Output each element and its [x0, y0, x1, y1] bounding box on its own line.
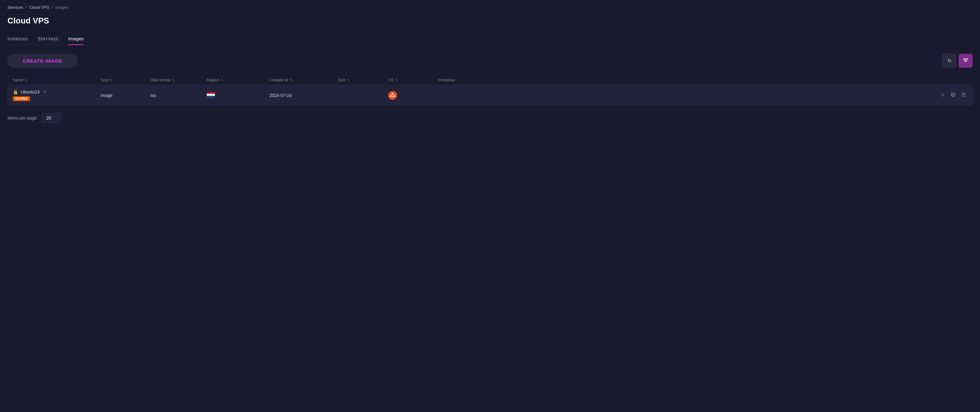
- breadcrumb: Services > Cloud VPS > Images: [8, 5, 972, 10]
- pagination: Items per page:: [8, 113, 972, 122]
- page-title: Cloud VPS: [8, 16, 972, 25]
- svg-rect-8: [952, 94, 955, 97]
- col-size-label: Size: [338, 78, 346, 82]
- row-name-text: Ubuntu24: [21, 89, 40, 94]
- sort-size-icon: ⇅: [347, 78, 350, 82]
- table-header: Name ⇅ Type ⇅ Disk format ⇅ Region ⇅ Cre…: [8, 75, 972, 85]
- col-disk-format-label: Disk format: [150, 78, 171, 82]
- lock-icon: 🔒: [13, 89, 18, 94]
- items-per-page-input[interactable]: [41, 113, 60, 122]
- tab-ssh-keys[interactable]: SSH keys: [38, 33, 58, 45]
- col-created-at-label: Created at: [269, 78, 288, 82]
- breadcrumb-cloud-vps[interactable]: Cloud VPS: [29, 5, 49, 10]
- row-name-row: 🔒 Ubuntu24 ✎: [13, 89, 100, 94]
- col-region[interactable]: Region ⇅: [207, 78, 269, 82]
- pagination-label: Items per page:: [8, 115, 38, 121]
- create-image-button[interactable]: CREATE IMAGE: [8, 54, 78, 68]
- breadcrumb-services[interactable]: Services: [8, 5, 23, 10]
- svg-point-7: [390, 96, 391, 97]
- tab-instances[interactable]: Instances: [8, 33, 27, 45]
- sort-type-icon: ⇅: [110, 78, 113, 82]
- filter-button[interactable]: [959, 54, 972, 68]
- row-created-at: 2024-07-24: [269, 93, 338, 98]
- status-badge: SAVING: [13, 96, 30, 101]
- col-price-day: Price/day: [438, 78, 967, 82]
- row-type: Image: [100, 93, 150, 98]
- col-created-at[interactable]: Created at ⇅: [269, 78, 338, 82]
- svg-rect-11: [963, 92, 964, 93]
- col-name-label: Name: [13, 78, 24, 82]
- col-price-day-label: Price/day: [438, 78, 455, 82]
- ubuntu-icon: [388, 91, 397, 100]
- col-os[interactable]: OS ⇅: [388, 78, 438, 82]
- toolbar: CREATE IMAGE ↻: [8, 54, 972, 68]
- row-os: [388, 91, 438, 100]
- col-size[interactable]: Size ⇅: [338, 78, 388, 82]
- sort-region-icon: ⇅: [221, 78, 223, 82]
- filter-icon: [963, 57, 969, 64]
- table-row: 🔒 Ubuntu24 ✎ SAVING Image iso 2024-07-24: [8, 85, 972, 106]
- toolbar-actions: ↻: [942, 54, 972, 68]
- col-name[interactable]: Name ⇅: [13, 78, 100, 82]
- col-type[interactable]: Type ⇅: [100, 78, 150, 82]
- refresh-icon: ↻: [947, 58, 951, 64]
- sort-disk-icon: ⇅: [172, 78, 175, 82]
- tab-images[interactable]: Images: [68, 33, 84, 45]
- svg-point-5: [392, 92, 393, 94]
- row-delete-button[interactable]: [960, 91, 967, 99]
- breadcrumb-sep-2: >: [51, 5, 54, 10]
- breadcrumb-images: Images: [56, 5, 69, 10]
- col-region-label: Region: [207, 78, 219, 82]
- col-os-label: OS: [388, 78, 394, 82]
- row-copy-button[interactable]: [949, 91, 957, 99]
- images-table: Name ⇅ Type ⇅ Disk format ⇅ Region ⇅ Cre…: [8, 75, 972, 106]
- tabs-container: Instances SSH keys Images: [8, 33, 972, 45]
- sort-created-icon: ⇅: [290, 78, 292, 82]
- row-edit-button[interactable]: ✎: [940, 91, 946, 99]
- breadcrumb-sep-1: >: [25, 5, 27, 10]
- row-actions: ✎: [438, 91, 967, 99]
- sort-name-icon: ⇅: [25, 78, 27, 82]
- row-disk-format: iso: [150, 93, 207, 98]
- svg-point-6: [394, 96, 395, 97]
- sort-os-icon: ⇅: [395, 78, 398, 82]
- col-disk-format[interactable]: Disk format ⇅: [150, 78, 207, 82]
- svg-rect-9: [951, 93, 954, 96]
- refresh-button[interactable]: ↻: [942, 54, 956, 68]
- col-type-label: Type: [100, 78, 109, 82]
- row-region: [207, 92, 269, 99]
- row-name-edit-icon[interactable]: ✎: [43, 90, 47, 94]
- flag-nl: [207, 92, 215, 98]
- row-name-cell: 🔒 Ubuntu24 ✎ SAVING: [13, 89, 100, 101]
